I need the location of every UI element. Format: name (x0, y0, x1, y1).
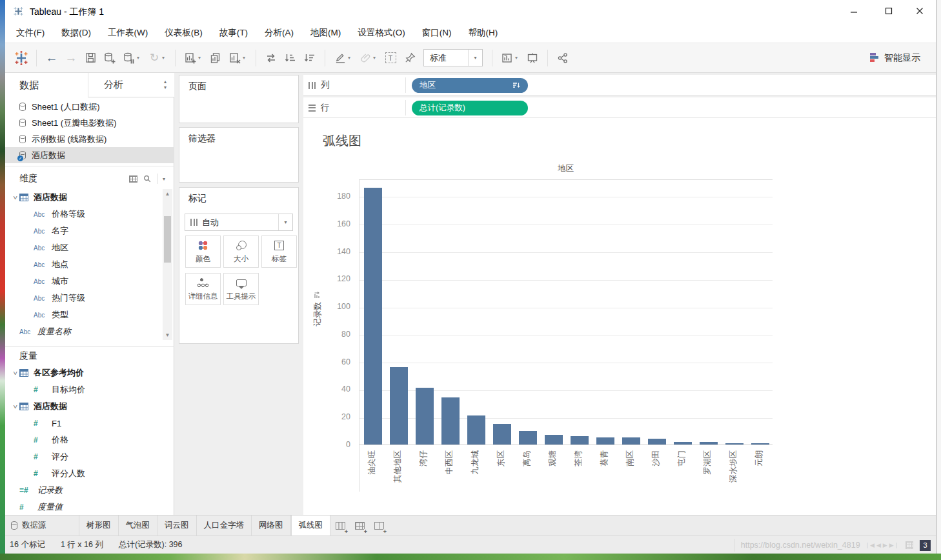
menu-item-窗口(N)[interactable]: 窗口(N) (414, 23, 460, 43)
chevron-down-icon[interactable]: > (12, 193, 19, 202)
sheet-tab-网络图[interactable]: 网络图 (252, 515, 291, 535)
bar-深水埗区[interactable] (725, 443, 744, 445)
bar-观塘[interactable] (545, 435, 563, 445)
menu-item-地图(M)[interactable]: 地图(M) (302, 23, 349, 43)
bar-其他地区[interactable] (390, 367, 408, 445)
bar-荃湾[interactable] (571, 436, 589, 445)
scrollbar-thumb[interactable] (164, 216, 171, 263)
chevron-down-icon[interactable]: > (12, 368, 19, 377)
field-价格等级[interactable]: Abc价格等级 (5, 206, 163, 223)
maximize-button[interactable] (874, 0, 904, 22)
chart-plot[interactable] (359, 179, 773, 445)
chevron-down-icon[interactable]: ▾ (515, 55, 521, 61)
tab-data[interactable]: 数据 (5, 73, 88, 97)
marks-color-button[interactable]: 颜色 (185, 235, 221, 268)
new-story-tab-button[interactable]: + (369, 515, 389, 535)
filters-card[interactable]: 筛选器 (179, 127, 299, 183)
pages-card[interactable]: 页面 (179, 75, 299, 123)
save-button[interactable] (81, 47, 100, 69)
sort-descending-button[interactable] (300, 47, 319, 69)
pill-总计(记录数)[interactable]: 总计(记录数) (412, 101, 528, 115)
sheet-tab-人口金字塔[interactable]: 人口金字塔 (197, 515, 252, 535)
bar-罗湖区[interactable] (700, 442, 718, 445)
share-button[interactable] (553, 47, 572, 69)
field-各区参考均价[interactable]: >各区参考均价 (5, 365, 163, 381)
chevron-down-icon[interactable]: ▾ (163, 176, 165, 182)
menu-item-工作表(W)[interactable]: 工作表(W) (99, 23, 156, 43)
bar-南区[interactable] (622, 437, 640, 445)
show-me-button[interactable]: 智能显示 (870, 52, 920, 64)
data-source-item[interactable]: ✓酒店数据 (5, 147, 174, 163)
data-source-item[interactable]: Sheet1 (豆瓣电影数据) (5, 115, 174, 131)
bar-东区[interactable] (493, 424, 511, 445)
menu-item-设置格式(O)[interactable]: 设置格式(O) (349, 23, 414, 43)
sheet-tab-弧线图[interactable]: 弧线图 (291, 515, 331, 535)
chevron-down-icon[interactable]: > (12, 402, 19, 411)
text-label-button[interactable]: T (381, 47, 400, 69)
data-source-item[interactable]: Sheet1 (人口数据) (5, 99, 174, 115)
field-目标均价[interactable]: #目标均价 (5, 381, 163, 398)
menu-item-分析(A)[interactable]: 分析(A) (256, 23, 302, 43)
field-热门等级[interactable]: Abc热门等级 (5, 290, 163, 306)
sheet-tab-气泡图[interactable]: 气泡图 (119, 515, 158, 535)
scroll-down-icon[interactable]: ▼ (163, 330, 172, 340)
y-axis-title[interactable]: 记录数 (312, 261, 324, 357)
field-酒店数据[interactable]: >酒店数据 (5, 398, 163, 415)
chevron-down-icon[interactable]: ▾ (348, 55, 354, 61)
field-酒店数据[interactable]: >酒店数据 (5, 189, 163, 206)
new-worksheet-button[interactable] (181, 47, 200, 69)
rows-shelf[interactable]: 行 总计(记录数) (303, 97, 936, 118)
data-source-item[interactable]: 示例数据 (线路数据) (5, 131, 174, 147)
marks-size-button[interactable]: 大小 (223, 235, 259, 268)
scrollbar[interactable]: ▲ ▼ (163, 189, 172, 340)
bar-离岛[interactable] (519, 431, 537, 445)
tab-analytics[interactable]: 分析 ▴▾ (88, 73, 174, 97)
swap-rows-columns-button[interactable] (261, 47, 281, 69)
columns-shelf[interactable]: 列 地区 (303, 75, 936, 95)
clear-sheet-button[interactable] (225, 47, 245, 69)
field-价格[interactable]: #价格 (5, 432, 163, 448)
search-icon[interactable] (143, 174, 152, 183)
duplicate-sheet-button[interactable] (206, 47, 225, 69)
field-地点[interactable]: Abc地点 (5, 256, 163, 273)
sheet-tab-树形图[interactable]: 树形图 (79, 515, 119, 535)
marks-label-button[interactable]: T标签 (261, 235, 297, 268)
menu-item-数据(D)[interactable]: 数据(D) (53, 23, 99, 43)
data-source-tab[interactable]: 数据源 (5, 515, 79, 535)
field-评分人数[interactable]: #评分人数 (5, 465, 163, 482)
chevron-down-icon[interactable]: ▾ (243, 55, 249, 61)
marks-tooltip-button[interactable]: 工具提示 (223, 273, 259, 305)
bar-中西区[interactable] (441, 397, 460, 445)
field-记录数[interactable]: =#记录数 (5, 482, 163, 499)
field-地区[interactable]: Abc地区 (5, 239, 163, 256)
new-data-source-button[interactable] (100, 47, 119, 69)
field-评分[interactable]: #评分 (5, 448, 163, 465)
bar-屯门[interactable] (674, 442, 692, 445)
sheet-tab-词云图[interactable]: 词云图 (157, 515, 197, 535)
pin-button[interactable] (400, 47, 420, 69)
menu-item-帮助(H)[interactable]: 帮助(H) (460, 23, 506, 43)
field-度量值[interactable]: #度量值 (5, 499, 163, 515)
new-worksheet-tab-button[interactable]: + (330, 515, 350, 535)
bar-元朗[interactable] (751, 443, 769, 445)
pill-地区[interactable]: 地区 (412, 78, 528, 93)
chevron-down-icon[interactable]: ▾ (137, 55, 143, 61)
undo-button[interactable]: ← (42, 47, 61, 69)
sort-ascending-button[interactable] (281, 47, 300, 69)
field-F1[interactable]: #F1 (5, 415, 163, 432)
marks-detail-button[interactable]: 详细信息 (185, 273, 221, 305)
scroll-up-icon[interactable]: ▲ (163, 189, 172, 199)
bar-九龙城[interactable] (467, 415, 485, 445)
field-度量名称[interactable]: Abc度量名称 (5, 323, 163, 340)
menu-item-仪表板(B)[interactable]: 仪表板(B) (156, 23, 211, 43)
chevron-down-icon[interactable]: ▾ (278, 214, 292, 230)
menu-item-文件(F)[interactable]: 文件(F) (8, 23, 53, 43)
highlight-button[interactable] (330, 47, 350, 69)
field-名字[interactable]: Abc名字 (5, 223, 163, 239)
pause-auto-updates-button[interactable] (119, 47, 139, 69)
bar-沙田[interactable] (648, 439, 666, 445)
field-类型[interactable]: Abc类型 (5, 306, 163, 323)
bar-葵青[interactable] (596, 437, 614, 445)
mark-type-dropdown[interactable]: 自动 ▾ (185, 214, 293, 231)
show-mark-labels-button[interactable] (498, 47, 517, 69)
